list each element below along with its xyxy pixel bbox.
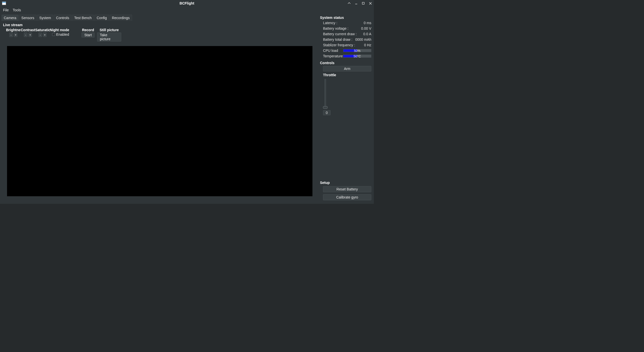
title-bar: BCFlight xyxy=(0,0,374,7)
content-area: Camera Sensors System Controls Test Benc… xyxy=(0,14,374,204)
brightness-control: Brightness - + xyxy=(6,28,21,42)
latency-value: 0 ms xyxy=(364,21,371,25)
calibrate-gyro-button[interactable]: Calibrate gyro xyxy=(323,194,371,200)
throttle-slider[interactable] xyxy=(323,79,328,109)
video-stream-view xyxy=(7,46,312,196)
battery-voltage-value: 0.00 V xyxy=(361,26,371,30)
cpu-load-progress: 50% xyxy=(343,49,371,52)
menu-bar: File Tools xyxy=(0,7,374,14)
latency-label: Latency : xyxy=(323,21,337,25)
sidebar: System status Latency : 0 ms Battery vol… xyxy=(319,14,374,204)
record-start-button[interactable]: Start xyxy=(82,32,95,37)
stabilizer-value: 0 Hz xyxy=(364,43,371,47)
stabilizer-label: Stablizer frequency : xyxy=(323,43,355,47)
brightness-plus-button[interactable]: + xyxy=(14,32,17,37)
keep-above-icon[interactable] xyxy=(346,0,353,7)
minimize-icon[interactable] xyxy=(353,0,360,7)
temperature-row: Temperature 50°C xyxy=(320,53,371,59)
application-window: BCFlight File Tools Camera Sensors xyxy=(0,0,374,204)
close-icon[interactable] xyxy=(367,0,374,7)
night-mode-checkbox-label: Enabled xyxy=(56,32,69,36)
system-status-heading: System status xyxy=(320,16,371,20)
svg-rect-1 xyxy=(362,2,364,4)
battery-current-value: 0.0 A xyxy=(363,32,371,36)
maximize-icon[interactable] xyxy=(360,0,367,7)
contrast-plus-button[interactable]: + xyxy=(28,32,32,37)
temperature-progress-text: 50°C xyxy=(343,54,371,58)
throttle-track xyxy=(325,79,326,109)
menu-tools[interactable]: Tools xyxy=(11,7,23,13)
main-panel: Camera Sensors System Controls Test Benc… xyxy=(0,14,319,204)
battery-voltage-row: Battery voltage : 0.00 V xyxy=(320,26,371,31)
arm-button[interactable]: Arm xyxy=(323,66,371,71)
throttle-block: 0 xyxy=(320,79,371,115)
saturation-plus-button[interactable]: + xyxy=(43,32,47,37)
saturation-label: Saturation xyxy=(35,28,50,32)
cpu-load-progress-text: 50% xyxy=(343,49,371,53)
night-mode-checkbox[interactable] xyxy=(52,33,55,36)
take-picture-button[interactable]: Take picture xyxy=(97,32,121,42)
throttle-heading: Throttle xyxy=(320,73,371,77)
menu-file[interactable]: File xyxy=(1,7,11,13)
camera-controls: Brightness - + Contrast - + Saturation xyxy=(2,28,317,44)
live-stream-heading: Live stream xyxy=(2,23,317,28)
window-title: BCFlight xyxy=(0,1,374,5)
sidebar-spacer xyxy=(320,115,371,180)
throttle-value: 0 xyxy=(323,110,331,115)
tab-bar: Camera Sensors System Controls Test Benc… xyxy=(2,15,317,21)
throttle-handle[interactable] xyxy=(323,106,328,109)
tab-sensors[interactable]: Sensors xyxy=(19,15,36,21)
setup-heading: Setup xyxy=(320,181,371,185)
latency-row: Latency : 0 ms xyxy=(320,20,371,26)
record-label: Record xyxy=(79,28,97,32)
temperature-progress: 50°C xyxy=(343,55,371,58)
battery-total-value: 0000 mAh xyxy=(355,37,371,42)
contrast-minus-button[interactable]: - xyxy=(24,32,27,37)
tab-controls[interactable]: Controls xyxy=(54,15,71,21)
night-mode-control: Night mode Enabled xyxy=(50,28,71,42)
saturation-control: Saturation - + xyxy=(35,28,50,42)
tab-system[interactable]: System xyxy=(37,15,53,21)
temperature-label: Temperature xyxy=(323,54,343,58)
stabilizer-row: Stablizer frequency : 0 Hz xyxy=(320,42,371,48)
contrast-control: Contrast - + xyxy=(21,28,35,42)
brightness-minus-button[interactable]: - xyxy=(9,32,13,37)
tab-camera[interactable]: Camera xyxy=(2,15,19,21)
battery-total-label: Battery total draw : xyxy=(323,37,352,42)
contrast-label: Contrast xyxy=(21,28,35,32)
application-icon xyxy=(2,2,6,5)
still-picture-control: Still picture Take picture xyxy=(97,28,121,42)
battery-current-label: Battery current draw : xyxy=(323,32,357,36)
cpu-load-row: CPU load 50% xyxy=(320,48,371,53)
saturation-minus-button[interactable]: - xyxy=(38,32,42,37)
tab-config[interactable]: Config xyxy=(94,15,109,21)
brightness-label: Brightness xyxy=(6,28,21,32)
still-picture-label: Still picture xyxy=(97,28,121,32)
battery-total-row: Battery total draw : 0000 mAh xyxy=(320,37,371,42)
spacer xyxy=(71,28,79,42)
reset-battery-button[interactable]: Reset Battery xyxy=(323,186,371,192)
controls-heading: Controls xyxy=(320,61,371,65)
window-controls xyxy=(346,0,374,7)
tab-recordings[interactable]: Recordings xyxy=(110,15,132,21)
tab-test-bench[interactable]: Test Bench xyxy=(72,15,94,21)
record-control: Record Start xyxy=(79,28,97,42)
battery-current-row: Battery current draw : 0.0 A xyxy=(320,31,371,37)
battery-voltage-label: Battery voltage : xyxy=(323,26,348,30)
night-mode-label: Night mode xyxy=(50,28,71,32)
cpu-load-label: CPU load xyxy=(323,49,338,53)
